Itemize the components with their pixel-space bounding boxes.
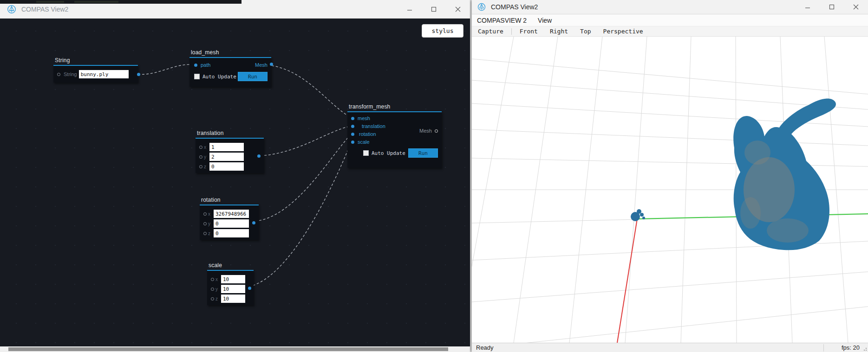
toolbar-top[interactable]: Top xyxy=(574,28,597,35)
background-window-edge xyxy=(0,0,241,4)
input-port-icon[interactable] xyxy=(199,146,202,149)
run-button[interactable]: Run xyxy=(408,148,438,158)
output-port-icon[interactable] xyxy=(248,287,251,290)
viewport-3d[interactable] xyxy=(472,37,868,343)
input-port-icon[interactable] xyxy=(211,297,214,301)
node-body: x y z xyxy=(200,205,259,240)
scale-y-input[interactable] xyxy=(221,285,245,293)
close-icon xyxy=(853,4,859,10)
rotation-x-input[interactable] xyxy=(214,210,249,218)
translation-x-input[interactable] xyxy=(209,143,244,151)
string-port-label: String xyxy=(64,71,77,77)
node-rotation[interactable]: rotation x y z xyxy=(200,197,259,240)
maximize-icon xyxy=(829,4,835,10)
output-port-icon[interactable] xyxy=(137,73,140,76)
bunny-mesh-large[interactable] xyxy=(733,99,836,250)
run-button[interactable]: Run xyxy=(238,72,268,81)
maximize-button[interactable] xyxy=(422,0,446,18)
node-title: load_mesh xyxy=(191,49,271,56)
y-axis-label: y xyxy=(208,221,212,226)
z-axis-label: z xyxy=(215,296,219,301)
auto-update-checkbox[interactable] xyxy=(363,150,369,156)
toolbar-separator xyxy=(511,28,512,35)
node-title: String xyxy=(55,57,138,64)
input-port-icon[interactable] xyxy=(57,73,60,76)
right-window-title: COMPAS View2 xyxy=(491,3,538,11)
output-port-icon[interactable] xyxy=(257,154,261,158)
translation-port-label: translation xyxy=(362,123,385,129)
input-port-icon[interactable] xyxy=(211,288,214,291)
scrollbar-thumb[interactable] xyxy=(8,347,448,351)
input-port-icon[interactable] xyxy=(199,165,202,168)
minimize-button[interactable] xyxy=(398,0,422,18)
y-axis-label: y xyxy=(215,287,219,292)
minimize-icon xyxy=(805,4,810,10)
z-axis-label: z xyxy=(204,164,208,169)
toolbar: Capture Front Right Top Perspective xyxy=(472,26,868,37)
status-message: Ready xyxy=(476,344,494,351)
input-port-icon[interactable] xyxy=(199,155,202,159)
resize-grip-icon[interactable] xyxy=(862,346,867,351)
status-separator xyxy=(823,344,824,352)
output-port-icon[interactable] xyxy=(270,63,273,66)
maximize-button[interactable] xyxy=(820,0,844,14)
menu-view[interactable]: View xyxy=(532,17,557,24)
compas-logo-icon xyxy=(477,2,486,12)
fps-counter: fps: 20 xyxy=(842,344,860,351)
auto-update-label: Auto Update xyxy=(372,150,405,156)
horizontal-scrollbar[interactable] xyxy=(0,346,470,352)
input-port-icon[interactable] xyxy=(351,125,354,128)
wire-loadmesh-to-transform xyxy=(268,65,351,117)
mesh-output: Mesh xyxy=(419,128,438,134)
node-transform-mesh[interactable]: transform_mesh mesh translation rotation… xyxy=(347,103,442,168)
rotation-y-input[interactable] xyxy=(214,219,249,228)
auto-update-label: Auto Update xyxy=(202,74,236,80)
close-button[interactable] xyxy=(844,0,868,14)
output-port-icon[interactable] xyxy=(435,129,438,133)
string-value-input[interactable] xyxy=(79,70,129,78)
node-load-mesh[interactable]: load_mesh path Mesh Auto Update Run xyxy=(189,49,271,87)
wire-string-to-loadmesh xyxy=(138,64,195,74)
translation-z-input[interactable] xyxy=(209,162,244,171)
x-axis-label: x xyxy=(215,277,219,282)
toolbar-perspective[interactable]: Perspective xyxy=(597,28,649,35)
input-port-icon[interactable] xyxy=(351,117,354,120)
input-port-icon[interactable] xyxy=(211,278,214,281)
close-button[interactable] xyxy=(446,0,470,18)
node-graph-canvas[interactable]: String String load_mesh path Mesh xyxy=(0,19,470,346)
toolbar-right[interactable]: Right xyxy=(544,28,574,35)
node-title: transform_mesh xyxy=(349,103,442,110)
auto-update-checkbox[interactable] xyxy=(194,74,200,79)
minimize-button[interactable] xyxy=(796,0,820,14)
y-axis-label: y xyxy=(204,154,208,160)
input-port-icon[interactable] xyxy=(203,222,207,225)
left-window-title: COMPAS View2 xyxy=(21,6,68,13)
x-axis-red xyxy=(617,219,637,343)
rotation-z-input[interactable] xyxy=(214,229,249,237)
scale-z-input[interactable] xyxy=(221,294,245,303)
output-port-icon[interactable] xyxy=(252,221,255,224)
path-port-label: path xyxy=(201,62,210,68)
scale-x-input[interactable] xyxy=(221,275,245,283)
input-port-icon[interactable] xyxy=(203,232,207,235)
input-port-icon[interactable] xyxy=(203,212,207,216)
viewer-window: COMPAS View2 COMPASVIEW 2 View Capture F… xyxy=(472,0,868,352)
left-window-controls xyxy=(398,0,470,18)
wire-scale-to-transform xyxy=(249,143,351,287)
node-body: x y z xyxy=(196,138,264,173)
node-scale[interactable]: scale x y z xyxy=(207,262,254,305)
node-string[interactable]: String String xyxy=(53,57,138,83)
input-port-icon[interactable] xyxy=(351,133,354,136)
node-body: String xyxy=(53,65,138,83)
input-port-icon[interactable] xyxy=(351,141,354,144)
input-port-icon[interactable] xyxy=(194,64,197,67)
translation-y-input[interactable] xyxy=(209,153,244,161)
toolbar-capture[interactable]: Capture xyxy=(472,28,509,35)
x-axis-label: x xyxy=(208,211,212,217)
stylus-button[interactable]: stylus xyxy=(422,24,463,38)
mesh-output-label: Mesh xyxy=(419,128,432,134)
node-title: translation xyxy=(197,130,264,136)
menu-compasview2[interactable]: COMPASVIEW 2 xyxy=(472,17,532,24)
node-translation[interactable]: translation x y z xyxy=(196,130,264,173)
toolbar-front[interactable]: Front xyxy=(514,28,544,35)
